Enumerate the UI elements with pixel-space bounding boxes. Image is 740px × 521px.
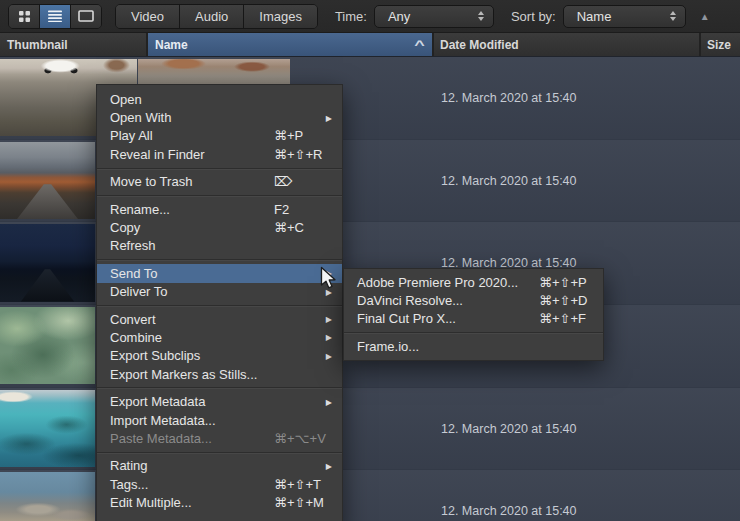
- submenu-arrow-icon: ▶: [326, 113, 332, 122]
- grid-view-button[interactable]: [9, 5, 40, 28]
- date-modified-cell: 12. March 2020 at 15:40: [441, 91, 577, 105]
- column-header-size[interactable]: Size: [701, 33, 740, 56]
- video-thumbnail-rocky-beach-town: [0, 472, 95, 521]
- menu-item-play-all[interactable]: Play All⌘+P: [97, 127, 342, 145]
- menu-item-rename[interactable]: Rename...F2: [97, 200, 342, 218]
- menu-item-edit-multiple[interactable]: Edit Multiple...⌘+⇧+M: [97, 493, 342, 511]
- menu-item-shortcut: ⌘+⇧+M: [274, 495, 324, 510]
- menu-item-convert[interactable]: Convert▶: [97, 310, 342, 328]
- date-modified-cell: 12. March 2020 at 15:40: [441, 422, 577, 436]
- sort-ascending-icon[interactable]: ▲: [700, 11, 710, 22]
- menu-item-label: Import Metadata...: [110, 413, 216, 428]
- menu-item-label: Paste Metadata...: [110, 431, 212, 446]
- time-filter-value: Any: [388, 9, 410, 24]
- menu-item-import-metadata[interactable]: Import Metadata...: [97, 411, 342, 429]
- menu-item-shortcut: ⌘+⇧+T: [274, 477, 321, 492]
- menu-item-label: Play All: [110, 128, 153, 143]
- menu-item-frame-io[interactable]: Frame.io...: [344, 337, 603, 355]
- sort-by-value: Name: [577, 9, 612, 24]
- menu-item-shortcut: ⌘+C: [274, 220, 304, 235]
- list-view-button[interactable]: [40, 5, 71, 28]
- menu-item-rating[interactable]: Rating▶: [97, 457, 342, 475]
- menu-item-label: Edit Multiple...: [110, 495, 192, 510]
- menu-item-send-to[interactable]: Send To▶: [97, 264, 342, 282]
- menu-item-label: Open: [110, 92, 142, 107]
- menu-item-open-with[interactable]: Open With▶: [97, 108, 342, 126]
- menu-separator: [344, 328, 603, 337]
- menu-item-combine[interactable]: Combine▶: [97, 328, 342, 346]
- filter-video-button[interactable]: Video: [116, 5, 180, 28]
- menu-item-shortcut: ⌘+⇧+R: [274, 147, 322, 162]
- menu-separator: [97, 164, 342, 173]
- sort-by-label: Sort by:: [511, 9, 556, 24]
- menu-item-shortcut: F2: [274, 202, 289, 217]
- sort-caret-up-icon: ^: [414, 39, 425, 51]
- filter-images-button[interactable]: Images: [244, 5, 317, 28]
- menu-item-label: Reveal in Finder: [110, 147, 205, 162]
- video-thumbnail-night-highway: [0, 224, 95, 301]
- menu-item-label: Tags...: [110, 477, 148, 492]
- menu-item-shortcut: ⌘+⌥+V: [274, 431, 326, 446]
- view-mode-switcher: [8, 4, 102, 29]
- column-header-name-label: Name: [155, 38, 188, 52]
- menu-separator: [97, 191, 342, 200]
- menu-item-label: Adobe Premiere Pro 2020...: [357, 275, 518, 290]
- menu-item-refresh[interactable]: Refresh: [97, 237, 342, 255]
- frame-view-icon: [78, 10, 94, 22]
- menu-item-label: Frame.io...: [357, 339, 419, 354]
- date-modified-cell: 12. March 2020 at 15:40: [441, 174, 577, 188]
- date-modified-cell: 12. March 2020 at 15:40: [441, 504, 577, 518]
- table-header: Thumbnail Name ^ Date Modified Size: [0, 33, 740, 57]
- video-thumbnail-turquoise-coast-aerial: [0, 390, 95, 467]
- updown-chevrons-icon: [478, 11, 484, 21]
- menu-item-label: Export Subclips: [110, 348, 200, 363]
- menu-item-label: Refresh: [110, 238, 156, 253]
- menu-item-open[interactable]: Open: [97, 90, 342, 108]
- menu-item-reveal-in-finder[interactable]: Reveal in Finder⌘+⇧+R: [97, 145, 342, 163]
- menu-item-label: Move to Trash: [110, 174, 192, 189]
- menu-item-label: Send To: [110, 266, 157, 281]
- submenu-arrow-icon: ▶: [326, 315, 332, 324]
- sort-by-dropdown[interactable]: Name: [563, 5, 686, 28]
- menu-item-label: Export Metadata: [110, 394, 205, 409]
- menu-item-tags[interactable]: Tags...⌘+⇧+T: [97, 475, 342, 493]
- menu-separator: [97, 301, 342, 310]
- submenu-arrow-icon: ▶: [326, 461, 332, 470]
- video-thumbnail-desert-highway: [0, 142, 95, 219]
- menu-item-deliver-to[interactable]: Deliver To▶: [97, 283, 342, 301]
- menu-item-label: Rename...: [110, 202, 170, 217]
- mouse-cursor: [320, 266, 338, 291]
- column-header-thumbnail[interactable]: Thumbnail: [0, 33, 148, 56]
- time-filter-label: Time:: [335, 9, 367, 24]
- column-header-name[interactable]: Name ^: [148, 33, 434, 56]
- filter-audio-button[interactable]: Audio: [180, 5, 244, 28]
- menu-item-export-markers-as-stills[interactable]: Export Markers as Stills...: [97, 365, 342, 383]
- grid-view-icon: [18, 10, 31, 23]
- toolbar: Video Audio Images Time: Any Sort by: Na…: [0, 0, 740, 33]
- submenu-arrow-icon: ▶: [326, 351, 332, 360]
- menu-item-export-metadata[interactable]: Export Metadata▶: [97, 392, 342, 410]
- column-header-date-modified[interactable]: Date Modified: [434, 33, 701, 56]
- menu-item-final-cut-pro-x[interactable]: Final Cut Pro X...⌘+⇧+F: [344, 310, 603, 328]
- menu-item-paste-metadata: Paste Metadata...⌘+⌥+V: [97, 429, 342, 447]
- menu-item-move-to-trash[interactable]: Move to Trash⌦: [97, 173, 342, 191]
- menu-item-davinci-resolve[interactable]: DaVinci Resolve...⌘+⇧+D: [344, 291, 603, 309]
- menu-separator: [97, 255, 342, 264]
- time-filter-dropdown[interactable]: Any: [374, 5, 494, 28]
- menu-item-adobe-premiere-pro-2020[interactable]: Adobe Premiere Pro 2020...⌘+⇧+P: [344, 273, 603, 291]
- menu-item-label: Rating: [110, 458, 148, 473]
- menu-item-shortcut: ⌘+⇧+F: [539, 311, 586, 326]
- menu-separator: [97, 383, 342, 392]
- menu-item-label: Open With: [110, 110, 171, 125]
- menu-item-shortcut: ⌦: [274, 174, 292, 189]
- menu-item-copy[interactable]: Copy⌘+C: [97, 218, 342, 236]
- submenu-arrow-icon: ▶: [326, 397, 332, 406]
- menu-item-label: DaVinci Resolve...: [357, 293, 463, 308]
- updown-chevrons-icon: [670, 11, 676, 21]
- menu-item-shortcut: ⌘+⇧+D: [539, 293, 587, 308]
- menu-separator: [97, 448, 342, 457]
- frame-view-button[interactable]: [71, 5, 101, 28]
- menu-item-label: Final Cut Pro X...: [357, 311, 456, 326]
- menu-item-label: Deliver To: [110, 284, 168, 299]
- menu-item-export-subclips[interactable]: Export Subclips▶: [97, 347, 342, 365]
